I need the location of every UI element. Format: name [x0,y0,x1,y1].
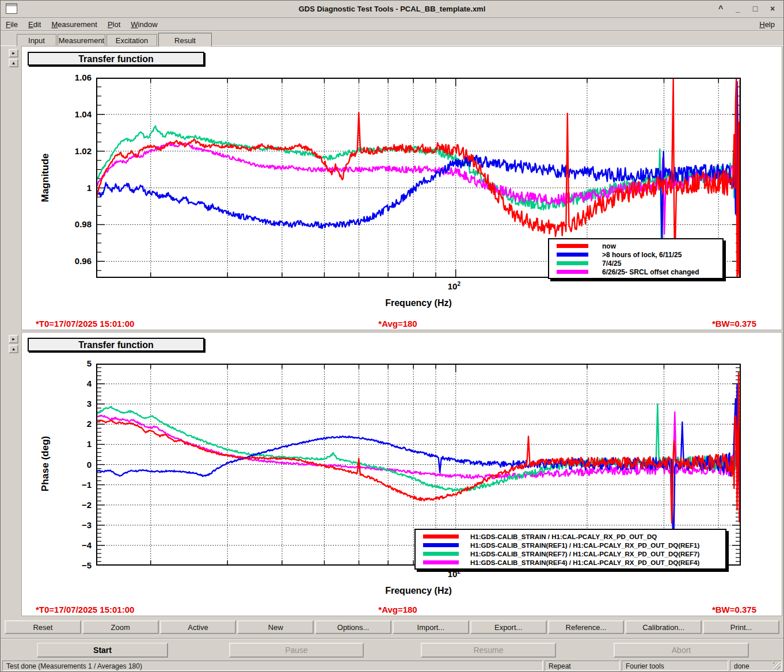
series-h1-gds-calib-strain-h1-cal-pcaly-rx-pd-out-dq [96,372,741,523]
legend-swatch [423,543,459,547]
x-tick-label: 102 [448,281,460,291]
magnitude-plot-panel: Transfer function Magnitude Frequency (H… [21,46,782,330]
gds-diagnostic-test-tools-window: GDS Diagnostic Test Tools - PCAL_BB_temp… [0,0,784,672]
legend-row: now [549,242,722,250]
legend-row: H1:GDS-CALIB_STRAIN(REF1) / H1:CAL-PCALY… [416,541,725,549]
bw-annotation-bottom: *BW=0.375 [712,605,756,614]
close-button[interactable]: × [766,2,779,15]
legend-swatch [557,253,588,257]
series-h1-gds-calib-strain-ref7-h1-cal-pcaly-rx-pd-out-dq-ref7 [96,404,741,491]
y-tick-label: 2 [45,419,92,429]
legend-label: H1:GDS-CALIB_STRAIN(REF1) / H1:CAL-PCALY… [470,542,699,549]
status-state: done [730,660,782,671]
y-tick-label: −4 [45,540,92,550]
y-tick-label: 1.06 [45,72,92,82]
x-axis-title-bottom: Frequency (Hz) [385,586,452,596]
minimize-button[interactable]: _ [732,2,744,15]
menu-window[interactable]: Window [125,18,162,30]
status-message: Test done (Measurements 1 / Averages 180… [2,660,543,671]
tab-measurement[interactable]: Measurement [58,34,105,46]
status-bar: Test done (Measurements 1 / Averages 180… [1,660,783,671]
y-tick-label: 4 [45,379,92,388]
menubar: FileEditMeasurementPlotWindow Help [1,18,783,32]
tab-bar: InputMeasurementExcitationResult [1,33,783,46]
y-tick-label: 0.98 [45,219,92,229]
active-button[interactable]: Active [160,620,237,634]
y-axis-title-magnitude: Magnitude [40,154,51,203]
legend-swatch [423,534,459,539]
tab-input[interactable]: Input [17,34,56,46]
pane-expand-right-button-bottom[interactable]: ▸ [9,335,18,343]
legend-label: 6/26/25- SRCL offset changed [602,268,699,276]
status-fourier-tools: Fourier tools [622,660,728,671]
y-tick-label: 1.02 [45,146,92,156]
legend-swatch [423,560,459,564]
avg-annotation-bottom: *Avg=180 [378,605,417,614]
legend-row: H1:GDS-CALIB_STRAIN / H1:CAL-PCALY_RX_PD… [416,532,725,541]
menu-edit[interactable]: Edit [23,18,46,30]
pane-expand-right-button-top[interactable]: ▸ [9,49,18,58]
reference-button[interactable]: Reference... [548,620,625,634]
y-tick-label: −1 [45,480,92,490]
menu-file[interactable]: File [1,18,23,30]
window-controls: ^_□× [714,2,779,15]
y-tick-label: −2 [45,500,92,510]
pane-expand-up-button-bottom[interactable]: ▴ [9,345,18,353]
legend-magnitude: now>8 hours of lock, 6/11/257/4/256/26/2… [548,238,724,279]
y-tick-label: 0 [45,460,92,469]
title-bar[interactable]: GDS Diagnostic Test Tools - PCAL_BB_temp… [1,1,783,18]
resume-button[interactable]: Resume [421,643,556,658]
start-button[interactable]: Start [37,643,168,658]
legend-row: 7/4/25 [549,259,722,268]
resize-grip[interactable] [773,662,781,670]
print-button[interactable]: Print... [703,620,779,634]
legend-label: now [602,242,616,250]
import-button[interactable]: Import... [393,620,469,634]
y-tick-label: −5 [45,560,92,570]
y-tick-label: 0.96 [45,256,92,266]
legend-label: H1:GDS-CALIB_STRAIN(REF7) / H1:CAL-PCALY… [470,551,699,558]
t0-annotation-top: *T0=17/07/2025 15:01:00 [36,319,134,329]
plot-title-magnitude: Transfer function [28,52,204,66]
legend-swatch [557,261,588,265]
calibration-button[interactable]: Calibration... [625,620,702,634]
pause-button[interactable]: Pause [229,643,364,658]
legend-label: H1:GDS-CALIB_STRAIN / H1:CAL-PCALY_RX_PD… [470,533,657,540]
options-button[interactable]: Options... [315,620,391,634]
legend-label: H1:GDS-CALIB_STRAIN(REF4) / H1:CAL-PCALY… [470,559,699,566]
legend-swatch [557,270,588,274]
tab-excitation[interactable]: Excitation [106,34,157,46]
y-tick-label: 1 [45,183,92,193]
bw-annotation-top: *BW=0.375 [712,319,756,329]
menu-measurement[interactable]: Measurement [46,18,102,30]
legend-label: >8 hours of lock, 6/11/25 [602,251,682,259]
plot-title-phase: Transfer function [28,338,204,352]
reset-button[interactable]: Reset [5,620,81,634]
y-tick-label: 3 [45,399,92,408]
t0-annotation-bottom: *T0=17/07/2025 15:01:00 [36,605,134,614]
legend-swatch [423,552,459,556]
plot-toolbar: ResetZoomActiveNewOptions...Import...Exp… [1,618,783,636]
run-controls: StartPauseResumeAbort [1,638,783,659]
y-tick-label: 1 [45,439,92,449]
status-repeat: Repeat [545,660,620,671]
y-tick-label: 1.04 [45,109,92,119]
legend-row: >8 hours of lock, 6/11/25 [549,250,722,259]
maximize-button[interactable]: □ [749,2,762,15]
export-button[interactable]: Export... [470,620,547,634]
tab-result[interactable]: Result [158,33,212,47]
abort-button[interactable]: Abort [614,643,749,658]
window-title: GDS Diagnostic Test Tools - PCAL_BB_temp… [1,1,783,18]
avg-annotation-top: *Avg=180 [378,319,417,329]
legend-row: 6/26/25- SRCL offset changed [549,268,722,276]
shade-button[interactable]: ^ [714,2,727,15]
legend-row: H1:GDS-CALIB_STRAIN(REF7) / H1:CAL-PCALY… [416,549,725,558]
legend-label: 7/4/25 [602,259,621,268]
menubar-items: FileEditMeasurementPlotWindow [1,20,163,29]
zoom-button[interactable]: Zoom [82,620,159,634]
menu-plot[interactable]: Plot [102,18,125,30]
pane-expand-up-button-top[interactable]: ▴ [9,59,18,67]
y-tick-label: 5 [45,358,92,368]
new-button[interactable]: New [237,620,314,634]
menu-help[interactable]: Help [754,18,780,30]
